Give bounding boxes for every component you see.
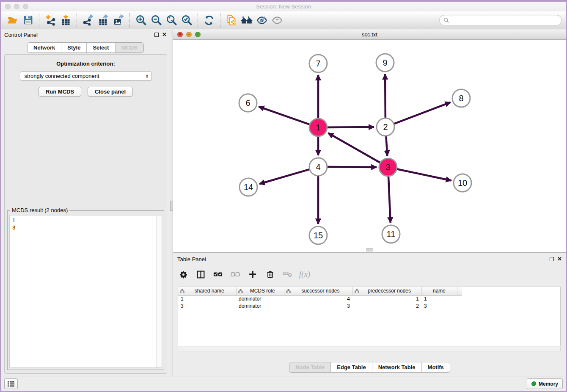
column-header-shared-name[interactable]: shared name [178,287,236,295]
splitter-grip[interactable] [170,201,173,211]
add-column-button[interactable] [248,269,258,279]
select-all-columns-button[interactable] [213,269,223,279]
tab-network[interactable]: Network [28,43,61,52]
toolbar-separator [77,13,77,28]
float-table-panel-icon[interactable] [550,257,554,261]
search-input[interactable] [449,17,558,23]
zoom-in-icon [135,14,147,26]
result-scrollbar[interactable] [156,215,162,367]
node-table: shared nameMCDS rolesuccessor nodesprede… [178,287,561,346]
edge-2-9[interactable] [385,74,385,118]
edge-3-10[interactable] [397,169,451,180]
table-row[interactable]: 3dominator323 [178,302,462,309]
run-mcds-button[interactable]: Run MCDS [39,87,81,97]
unselect-all-columns-button[interactable] [230,269,240,279]
delete-table-button[interactable] [282,269,292,279]
delete-column-button[interactable] [265,269,275,279]
hide-selected-icon [256,15,268,26]
tab-mcds[interactable]: MCDS [116,43,143,52]
tab-select[interactable]: Select [87,43,115,52]
edge-4-14[interactable] [259,169,310,184]
save-session-button[interactable] [20,13,36,28]
export-image-button[interactable] [111,13,126,28]
memory-button[interactable]: Memory [527,378,563,389]
export-network-button[interactable] [80,13,96,28]
edge-4-3[interactable] [327,167,377,167]
open-file-button[interactable] [5,13,20,28]
network-canvas[interactable]: 7968124314101511 [173,40,566,252]
toolbar-separator [129,13,130,28]
table-row[interactable]: 1dominator411 [178,295,462,302]
table-hscrollbar[interactable] [178,347,561,351]
hide-selected-button[interactable] [254,13,270,28]
node-label-3: 3 [385,163,390,172]
export-table-button[interactable] [96,13,111,28]
network-graph: 7968124314101511 [173,40,567,253]
column-header-MCDS-role[interactable]: MCDS role [236,287,284,295]
edge-2-3[interactable] [386,136,387,156]
table-tab-network-table[interactable]: Network Table [372,362,422,372]
panel-splitter[interactable] [170,30,173,376]
import-table-button[interactable] [58,13,73,28]
chevron-updown-icon: ▲▼ [146,74,149,78]
edge-3-1[interactable] [328,133,380,163]
show-all-button[interactable] [270,13,285,28]
export-network-icon [83,14,94,26]
table-tab-edge-table[interactable]: Edge Table [331,362,372,372]
edge-1-6[interactable] [259,107,310,124]
clone-network-button[interactable] [224,13,239,28]
edge-2-8[interactable] [394,102,451,124]
zoom-selected-button[interactable] [179,13,194,28]
table-tab-motifs[interactable]: Motifs [422,362,450,372]
column-header-predecessor-nodes[interactable]: predecessor nodes [352,287,421,295]
cell-shared-name[interactable]: 3 [178,302,236,309]
control-panel-tabs: NetworkStyleSelectMCDS [27,42,144,53]
add-column-icon [248,270,257,279]
apply-layout-button[interactable] [201,13,217,28]
search-field[interactable] [439,15,562,25]
cell-name[interactable]: 1 [421,295,457,302]
column-layout-button[interactable] [195,269,206,279]
float-panel-icon[interactable] [154,33,159,37]
task-history-button[interactable] [4,378,18,389]
selected-criterion: strongly connected component [25,73,99,79]
import-network-button[interactable] [43,13,58,28]
cell-predecessor-nodes[interactable]: 1 [352,295,421,302]
canvas-resize-grip[interactable] [366,248,373,251]
node-label-10: 10 [458,178,467,188]
cell-predecessor-nodes[interactable]: 2 [352,302,421,309]
cell-shared-name[interactable]: 1 [178,295,236,302]
close-panel-icon[interactable]: ✕ [162,33,167,37]
mcds-result-text: 1 3 [10,215,156,367]
mcds-panel: Optimization criterion: strongly connect… [4,54,167,374]
column-header-name[interactable]: name [421,287,457,295]
first-neighbors-button[interactable] [239,13,254,28]
edge-3-11[interactable] [388,176,391,223]
edge-1-2[interactable] [327,127,374,127]
export-table-icon [98,14,109,26]
cell-successor-nodes[interactable]: 3 [284,302,352,309]
network-title: scc.txt [173,31,566,38]
cell-MCDS-role[interactable]: dominator [236,302,284,309]
zoom-out-button[interactable] [149,13,164,28]
network-window: ✕ − + scc.txt 7968124314101511 [173,30,566,253]
memory-label: Memory [539,381,558,387]
table-tab-node-table[interactable]: Node Table [289,362,331,372]
function-builder-button[interactable]: f(x) [300,269,310,279]
tab-style[interactable]: Style [61,43,87,52]
column-header-successor-nodes[interactable]: successor nodes [284,287,352,295]
column-layout-icon [196,270,205,279]
node-label-4: 4 [316,162,320,171]
zoom-in-button[interactable] [133,13,149,28]
clone-network-icon [226,14,237,26]
optimization-criterion-select[interactable]: strongly connected component ▲▼ [20,71,152,81]
save-session-icon [23,15,33,25]
sort-column-icon [180,289,184,293]
zoom-fit-button[interactable] [164,13,179,28]
cell-successor-nodes[interactable]: 4 [284,295,352,302]
close-table-panel-icon[interactable]: ✕ [557,257,562,261]
gear-button[interactable] [178,269,188,279]
close-panel-button[interactable]: Close panel [88,87,133,97]
cell-name[interactable]: 3 [421,302,457,309]
cell-MCDS-role[interactable]: dominator [236,295,284,302]
